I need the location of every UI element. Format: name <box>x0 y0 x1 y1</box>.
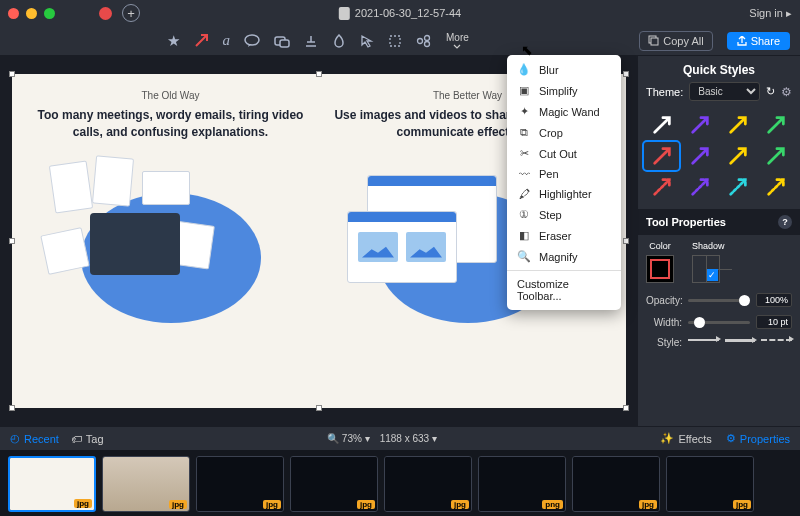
shadow-label: Shadow <box>692 241 725 251</box>
quick-style-swatch[interactable] <box>759 111 794 139</box>
quick-style-swatch[interactable] <box>644 111 679 139</box>
dropdown-item-cut-out[interactable]: ✂Cut Out <box>507 143 621 164</box>
tray-thumbnail[interactable]: jpg <box>384 456 472 512</box>
shadow-picker[interactable]: ✓ <box>692 255 720 283</box>
opacity-value[interactable]: 100% <box>756 293 792 307</box>
style-dashed[interactable] <box>761 339 792 347</box>
dropdown-item-magic-wand[interactable]: ✦Magic Wand <box>507 101 621 122</box>
text-tool-icon[interactable]: a <box>223 32 231 49</box>
arrow-tool-icon[interactable] <box>194 33 209 48</box>
resize-handle[interactable] <box>623 405 629 411</box>
svg-rect-1 <box>275 37 285 45</box>
tag-tab[interactable]: 🏷 Tag <box>71 433 104 445</box>
record-button[interactable] <box>99 7 112 20</box>
svg-point-6 <box>425 41 430 46</box>
resize-handle[interactable] <box>9 71 15 77</box>
shape-tool-icon[interactable] <box>274 34 290 48</box>
style-solid-thick[interactable] <box>725 339 756 347</box>
opacity-slider[interactable] <box>688 299 750 302</box>
record-controls: + <box>99 4 140 22</box>
svg-rect-3 <box>390 36 400 46</box>
effects-tab[interactable]: ✨ Effects <box>660 432 711 445</box>
move-tool-icon[interactable] <box>360 34 374 48</box>
canvas-left-column: The Old Way Too many meetings, wordy ema… <box>22 90 319 392</box>
quick-style-swatch[interactable] <box>644 142 679 170</box>
tray-thumbnail[interactable]: jpg <box>196 456 284 512</box>
zoom-control[interactable]: 🔍 73% ▾ <box>327 433 370 444</box>
document-title: 2021-06-30_12-57-44 <box>339 7 461 20</box>
quick-style-swatch[interactable] <box>682 142 717 170</box>
tray-thumbnail[interactable]: jpg <box>8 456 96 512</box>
svg-point-4 <box>418 38 423 43</box>
menu-icon[interactable] <box>67 12 83 15</box>
more-tools-dropdown: 💧Blur▣Simplify✦Magic Wand⧉Crop✂Cut Out〰P… <box>507 55 621 310</box>
quick-style-swatch[interactable] <box>682 173 717 201</box>
resize-handle[interactable] <box>316 71 322 77</box>
dropdown-customize-toolbar[interactable]: Customize Toolbar... <box>507 274 621 306</box>
style-label: Style: <box>646 337 682 348</box>
share-tool-icon[interactable] <box>416 34 432 48</box>
new-capture-button[interactable]: + <box>122 4 140 22</box>
tool-properties-heading: Tool Properties <box>646 216 726 228</box>
resize-handle[interactable] <box>9 405 15 411</box>
side-panel: Quick Styles Theme: Basic ↻ ⚙ Tool Prope… <box>638 56 800 426</box>
properties-tab[interactable]: ⚙ Properties <box>726 432 790 445</box>
minimize-window[interactable] <box>26 8 37 19</box>
svg-point-5 <box>425 35 430 40</box>
tray-thumbnail[interactable]: jpg <box>572 456 660 512</box>
dropdown-item-eraser[interactable]: ◧Eraser <box>507 225 621 246</box>
callout-tool-icon[interactable] <box>244 34 260 48</box>
dropdown-item-simplify[interactable]: ▣Simplify <box>507 80 621 101</box>
tray-thumbnail[interactable]: jpg <box>102 456 190 512</box>
dropdown-item-blur[interactable]: 💧Blur <box>507 59 621 80</box>
favorite-tool-icon[interactable]: ★ <box>167 32 180 50</box>
resize-handle[interactable] <box>9 238 15 244</box>
quick-styles-heading: Quick Styles <box>638 56 800 82</box>
close-window[interactable] <box>8 8 19 19</box>
maximize-window[interactable] <box>44 8 55 19</box>
recent-tab[interactable]: ◴ Recent <box>10 432 59 445</box>
tray-thumbnail[interactable]: jpg <box>666 456 754 512</box>
share-icon <box>737 36 747 46</box>
quick-style-swatch[interactable] <box>721 111 756 139</box>
dropdown-item-highlighter[interactable]: 🖍Highlighter <box>507 184 621 204</box>
resize-handle[interactable] <box>316 405 322 411</box>
quick-style-swatch[interactable] <box>721 142 756 170</box>
svg-rect-8 <box>651 38 658 45</box>
tray-thumbnail[interactable]: jpg <box>290 456 378 512</box>
fill-tool-icon[interactable] <box>332 34 346 48</box>
quick-style-swatch[interactable] <box>721 173 756 201</box>
quick-style-swatch[interactable] <box>682 111 717 139</box>
help-icon[interactable]: ? <box>778 215 792 229</box>
tray-thumbnail[interactable]: png <box>478 456 566 512</box>
selection-tool-icon[interactable] <box>388 34 402 48</box>
quick-style-swatch[interactable] <box>759 173 794 201</box>
dropdown-item-magnify[interactable]: 🔍Magnify <box>507 246 621 267</box>
quick-styles-swatches <box>638 107 800 209</box>
theme-settings-icon[interactable]: ⚙ <box>781 85 792 99</box>
dropdown-item-pen[interactable]: 〰Pen <box>507 164 621 184</box>
copy-icon <box>648 35 659 46</box>
width-label: Width: <box>646 317 682 328</box>
resize-handle[interactable] <box>623 238 629 244</box>
dropdown-item-crop[interactable]: ⧉Crop <box>507 122 621 143</box>
dropdown-item-step[interactable]: ①Step <box>507 204 621 225</box>
toolbar: ★ a More Copy All Share <box>0 26 800 56</box>
theme-select[interactable]: Basic <box>689 82 760 101</box>
theme-refresh-icon[interactable]: ↻ <box>766 85 775 98</box>
thumbnail-tray: jpgjpgjpgjpgjpgpngjpgjpg <box>0 450 800 516</box>
quick-style-swatch[interactable] <box>644 173 679 201</box>
resize-handle[interactable] <box>623 71 629 77</box>
copy-all-button[interactable]: Copy All <box>639 31 712 51</box>
stamp-tool-icon[interactable] <box>304 34 318 48</box>
signin-link[interactable]: Sign in ▸ <box>749 7 792 20</box>
share-button[interactable]: Share <box>727 32 790 50</box>
more-tools-dropdown-button[interactable]: More <box>446 32 469 49</box>
theme-label: Theme: <box>646 86 683 98</box>
width-slider[interactable] <box>688 321 750 324</box>
color-picker[interactable] <box>646 255 674 283</box>
quick-style-swatch[interactable] <box>759 142 794 170</box>
dimensions-readout[interactable]: 1188 x 633 ▾ <box>380 433 437 444</box>
style-solid[interactable] <box>688 339 719 347</box>
width-value[interactable]: 10 pt <box>756 315 792 329</box>
